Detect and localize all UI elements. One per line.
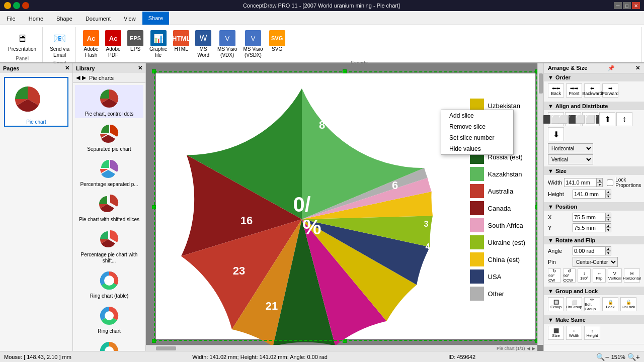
library-item-separated[interactable]: Separated pie chart	[75, 120, 143, 153]
pages-close-icon[interactable]: ✕	[65, 65, 69, 71]
order-section-header[interactable]: ▼Order	[544, 73, 644, 81]
ms-visio-vsdx-btn[interactable]: V MS Visio(VSDX)	[241, 29, 265, 59]
edit-group-btn[interactable]: ✏Edit Group	[584, 297, 600, 311]
rotate-90cw-btn[interactable]: ↻90° CW	[548, 268, 561, 283]
width-up[interactable]: ▲	[597, 178, 603, 183]
adobe-flash-btn[interactable]: Ac AdobeFlash	[81, 29, 101, 59]
same-size-btn[interactable]: ⬛Size	[548, 326, 564, 340]
svg-btn[interactable]: SVG SVG	[267, 29, 287, 53]
x-up[interactable]: ▲	[605, 213, 611, 217]
flip-horizontal-btn[interactable]: HHorizontal	[624, 268, 640, 283]
eps-btn[interactable]: EPS EPS	[125, 29, 145, 53]
same-width-btn[interactable]: ↔Width	[566, 326, 582, 340]
x-down[interactable]: ▼	[605, 217, 611, 222]
width-input[interactable]	[564, 178, 597, 187]
library-close-icon[interactable]: ✕	[138, 65, 142, 71]
zoom-out-btn[interactable]: 🔍−	[596, 353, 609, 361]
angle-label: Angle	[548, 248, 571, 254]
pin-dropdown[interactable]: Center-Center	[573, 257, 618, 267]
tab-shape[interactable]: Shape	[50, 12, 79, 25]
vertical-dropdown[interactable]: Vertical	[548, 154, 593, 164]
size-section-header[interactable]: ▼Size	[544, 167, 644, 175]
page-thumbnail[interactable]: Pie chart	[4, 77, 68, 127]
width-down[interactable]: ▼	[597, 183, 603, 187]
library-panel: Library ✕ ◀ ▶ Pie charts	[73, 63, 146, 351]
library-back-icon[interactable]: ◀	[76, 74, 80, 81]
group-lock-header[interactable]: ▼Group and Lock	[544, 287, 644, 295]
y-down[interactable]: ▼	[605, 228, 611, 232]
align-top-btn[interactable]: ⬆	[599, 112, 615, 126]
close-btn[interactable]: ✕	[632, 2, 640, 9]
horizontal-dropdown[interactable]: Horizontal	[548, 143, 593, 153]
arrange-pin-icon[interactable]: 📌	[608, 65, 615, 71]
ms-visio-vdx-btn[interactable]: V MS Visio(VDX)	[215, 29, 239, 59]
menu-add-slice[interactable]: Add slice	[441, 110, 513, 121]
group-btn[interactable]: 🔲Group	[548, 297, 564, 311]
align-middle-btn[interactable]: ↕	[616, 112, 632, 126]
x-input[interactable]	[573, 213, 605, 222]
flip-vertical-btn[interactable]: VVertical	[608, 268, 622, 283]
height-input[interactable]	[573, 190, 605, 199]
rotate-180-btn[interactable]: ↕180°	[578, 268, 591, 283]
send-email-btn[interactable]: 📧 Send viaEmail	[48, 29, 71, 59]
same-height-btn[interactable]: ↕Height	[584, 326, 600, 340]
library-item-pct-separated[interactable]: Percentage separated p...	[75, 155, 143, 189]
ungroup-btn[interactable]: ⬜UnGroup	[566, 297, 582, 311]
flip-btn[interactable]: ↔Flip	[593, 268, 606, 283]
position-section-header[interactable]: ▼Position	[544, 203, 644, 211]
library-item-pct-ring[interactable]: Percentage ring chart	[75, 337, 143, 351]
tab-view[interactable]: View	[117, 12, 142, 25]
graphic-file-btn[interactable]: 📊 Graphicfile	[147, 29, 169, 59]
tab-file[interactable]: File	[0, 12, 22, 25]
pie-chart-svg[interactable]: 16 23 21 8 8 7 6 3 4 2 2 1 0/ %	[161, 78, 443, 351]
y-up[interactable]: ▲	[605, 223, 611, 228]
svg-text:2: 2	[431, 284, 434, 291]
sel-handle-tm[interactable]	[343, 69, 347, 73]
tab-share[interactable]: Share	[142, 12, 169, 25]
align-bottom-btn[interactable]: ⬇	[548, 127, 564, 141]
presentation-btn[interactable]: 🖥 Presentation	[6, 29, 38, 53]
front-btn[interactable]: ➡➡Front	[566, 83, 582, 98]
arrange-close-icon[interactable]: ✕	[635, 65, 640, 71]
minimize-btn[interactable]: ─	[614, 2, 622, 9]
angle-down[interactable]: ▼	[605, 251, 611, 255]
menu-remove-slice[interactable]: Remove slice	[441, 121, 513, 132]
menu-set-slice-number[interactable]: Set slice number	[441, 132, 513, 143]
ms-word-btn[interactable]: W MSWord	[193, 29, 213, 59]
library-item-pct-shifted[interactable]: Percentage pie chart with shift...	[75, 226, 143, 265]
height-down[interactable]: ▼	[605, 194, 611, 199]
backward-btn[interactable]: ⬅Backward	[584, 83, 600, 98]
unlock-btn[interactable]: 🔓UnLock	[620, 297, 636, 311]
library-item-ring-table[interactable]: Ring chart (table)	[75, 267, 143, 300]
sel-handle-bl[interactable]	[152, 339, 156, 343]
menu-hide-values[interactable]: Hide values	[441, 143, 513, 154]
tab-document[interactable]: Document	[79, 12, 117, 25]
sel-handle-ml[interactable]	[152, 205, 156, 209]
rotate-90ccw-btn[interactable]: ↺90° CCW	[563, 268, 576, 283]
align-section-header[interactable]: ▼Align and Distribute	[544, 102, 644, 110]
lock-btn[interactable]: 🔒Lock	[602, 297, 618, 311]
library-forward-icon[interactable]: ▶	[82, 74, 86, 81]
sel-handle-tl[interactable]	[152, 69, 156, 73]
angle-input[interactable]	[573, 246, 605, 255]
canvas-scrollbar-h[interactable]: Pie chart (1/1) ◀ ▶	[146, 345, 537, 351]
adobe-pdf-btn[interactable]: Ac AdobePDF	[103, 29, 123, 59]
tab-home[interactable]: Home	[22, 12, 50, 25]
maximize-btn[interactable]: □	[623, 2, 631, 9]
library-item-pie-control[interactable]: Pie chart, control dots	[75, 85, 143, 118]
html-btn[interactable]: HTML HTML	[171, 29, 191, 53]
height-up[interactable]: ▲	[605, 190, 611, 194]
forward-btn[interactable]: ➡Forward	[602, 83, 618, 98]
library-item-ring[interactable]: Ring chart	[75, 302, 143, 335]
back-btn[interactable]: ⬅⬅Back	[548, 83, 564, 98]
lock-proportions-check[interactable]	[607, 179, 613, 186]
make-same-header[interactable]: ▼Make Same	[544, 316, 644, 324]
align-right-btn[interactable]: ⬜⬜⬛	[582, 112, 598, 126]
library-item-shifted[interactable]: Pie chart with shifted slices	[75, 191, 143, 224]
rotate-section-header[interactable]: ▼Rotate and Flip	[544, 236, 644, 244]
y-input[interactable]	[573, 223, 605, 232]
angle-up[interactable]: ▲	[605, 246, 611, 251]
svg-text:6: 6	[392, 179, 398, 192]
zoom-in-btn[interactable]: 🔍+	[627, 353, 640, 361]
canvas-scrollbar-v[interactable]	[537, 63, 543, 345]
